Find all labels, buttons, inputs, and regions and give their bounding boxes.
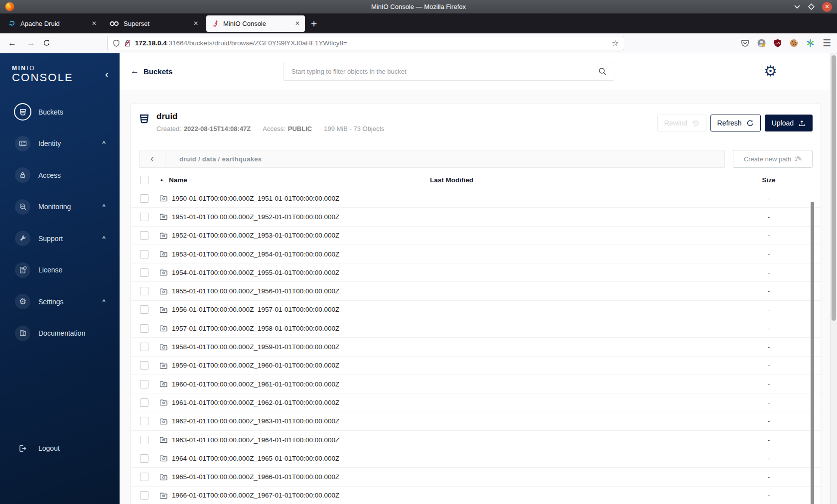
tab-superset[interactable]: Superset ✕	[105, 15, 203, 32]
object-row[interactable]: 1964-01-01T00:00:00.000Z_1965-01-01T00:0…	[131, 449, 821, 468]
row-checkbox[interactable]	[140, 343, 148, 351]
object-name[interactable]: 1964-01-01T00:00:00.000Z_1965-01-01T00:0…	[172, 455, 339, 462]
sidebar-item-logout[interactable]: Logout	[0, 437, 120, 459]
name-column-header[interactable]: ▲ Name	[159, 176, 430, 184]
reload-icon[interactable]	[43, 33, 50, 53]
window-maximize-icon[interactable]	[808, 3, 815, 10]
extension-asterisk-icon[interactable]	[806, 39, 815, 47]
row-checkbox[interactable]	[140, 213, 148, 221]
tab-close-icon[interactable]: ✕	[295, 20, 300, 27]
sidebar-item-documentation[interactable]: Documentation	[0, 318, 120, 350]
object-row[interactable]: 1966-01-01T00:00:00.000Z_1967-01-01T00:0…	[131, 487, 821, 504]
object-name[interactable]: 1956-01-01T00:00:00.000Z_1957-01-01T00:0…	[172, 306, 339, 313]
select-all-checkbox[interactable]	[140, 176, 148, 184]
chevron-up-icon[interactable]: ^	[102, 235, 106, 242]
cookie-icon[interactable]	[790, 39, 798, 47]
forward-icon[interactable]: →	[27, 33, 35, 53]
refresh-button[interactable]: Refresh	[710, 115, 761, 131]
row-checkbox[interactable]	[140, 305, 148, 314]
tab-apache-druid[interactable]: Apache Druid ✕	[3, 15, 102, 32]
back-to-buckets-link[interactable]: ← Buckets	[131, 66, 172, 76]
object-row[interactable]: 1954-01-01T00:00:00.000Z_1955-01-01T00:0…	[131, 263, 821, 282]
chevron-up-icon[interactable]: ^	[102, 140, 106, 147]
object-name[interactable]: 1958-01-01T00:00:00.000Z_1959-01-01T00:0…	[172, 343, 339, 351]
sidebar-item-settings[interactable]: ⚙ Settings ^	[0, 286, 120, 318]
permissions-shield-icon[interactable]	[113, 39, 120, 47]
insecure-lock-icon[interactable]	[124, 39, 131, 47]
sidebar-item-support[interactable]: Support ^	[0, 223, 120, 254]
object-name[interactable]: 1963-01-01T00:00:00.000Z_1964-01-01T00:0…	[172, 436, 339, 444]
object-row[interactable]: 1952-01-01T00:00:00.000Z_1953-01-01T00:0…	[131, 227, 821, 245]
breadcrumb-path[interactable]: druid / data / earthquakes	[165, 155, 262, 163]
sidebar-item-identity[interactable]: Identity ^	[0, 128, 120, 160]
row-checkbox[interactable]	[140, 324, 148, 333]
row-checkbox[interactable]	[140, 361, 148, 370]
row-checkbox[interactable]	[140, 417, 148, 425]
row-checkbox[interactable]	[140, 231, 148, 240]
object-name[interactable]: 1961-01-01T00:00:00.000Z_1962-01-01T00:0…	[172, 399, 339, 406]
rewind-button[interactable]: Rewind	[657, 115, 706, 131]
ublock-icon[interactable]: uO	[774, 39, 782, 47]
chevron-up-icon[interactable]: ^	[102, 298, 106, 305]
row-checkbox[interactable]	[140, 491, 148, 500]
object-row[interactable]: 1951-01-01T00:00:00.000Z_1952-01-01T00:0…	[131, 208, 821, 226]
sidebar-item-access[interactable]: Access	[0, 159, 120, 191]
sidebar-item-license[interactable]: License	[0, 254, 120, 286]
settings-gear-icon[interactable]: ⚙	[764, 64, 777, 79]
object-row[interactable]: 1965-01-01T00:00:00.000Z_1966-01-01T00:0…	[131, 468, 821, 486]
object-name[interactable]: 1955-01-01T00:00:00.000Z_1956-01-01T00:0…	[172, 287, 339, 295]
page-scrollbar[interactable]	[830, 53, 837, 504]
new-tab-button[interactable]: +	[311, 18, 317, 29]
last-modified-column-header[interactable]: Last Modified	[430, 176, 739, 184]
window-minimize-icon[interactable]	[794, 4, 801, 9]
object-name[interactable]: 1966-01-01T00:00:00.000Z_1967-01-01T00:0…	[172, 492, 339, 499]
object-row[interactable]: 1961-01-01T00:00:00.000Z_1962-01-01T00:0…	[131, 393, 821, 412]
sidebar-collapse-icon[interactable]: ‹	[105, 69, 109, 80]
back-icon[interactable]: ←	[8, 33, 16, 53]
object-row[interactable]: 1962-01-01T00:00:00.000Z_1963-01-01T00:0…	[131, 412, 821, 431]
tab-close-icon[interactable]: ✕	[193, 20, 198, 27]
chevron-up-icon[interactable]: ^	[102, 203, 106, 210]
breadcrumb-back-icon[interactable]: ‹	[140, 150, 165, 167]
object-name[interactable]: 1950-01-01T00:00:00.000Z_1951-01-01T00:0…	[172, 195, 339, 202]
tab-close-icon[interactable]: ✕	[92, 20, 97, 27]
row-checkbox[interactable]	[140, 454, 148, 463]
row-checkbox[interactable]	[140, 250, 148, 258]
object-row[interactable]: 1958-01-01T00:00:00.000Z_1959-01-01T00:0…	[131, 338, 821, 356]
object-name[interactable]: 1959-01-01T00:00:00.000Z_1960-01-01T00:0…	[172, 362, 339, 369]
object-name[interactable]: 1962-01-01T00:00:00.000Z_1963-01-01T00:0…	[172, 417, 339, 425]
object-name[interactable]: 1957-01-01T00:00:00.000Z_1958-01-01T00:0…	[172, 325, 339, 332]
object-name[interactable]: 1960-01-01T00:00:00.000Z_1961-01-01T00:0…	[172, 380, 339, 388]
object-row[interactable]: 1953-01-01T00:00:00.000Z_1954-01-01T00:0…	[131, 245, 821, 263]
row-checkbox[interactable]	[140, 436, 148, 444]
table-scrollbar-thumb[interactable]	[811, 202, 814, 504]
filter-search-input[interactable]	[290, 67, 598, 76]
page-scrollbar-thumb[interactable]	[832, 55, 836, 321]
sidebar-item-monitoring[interactable]: Monitoring ^	[0, 191, 120, 223]
row-checkbox[interactable]	[140, 380, 148, 388]
object-name[interactable]: 1954-01-01T00:00:00.000Z_1955-01-01T00:0…	[172, 269, 339, 276]
pocket-icon[interactable]	[741, 39, 749, 47]
row-checkbox[interactable]	[140, 398, 148, 407]
size-column-header[interactable]: Size	[739, 176, 799, 184]
object-row[interactable]: 1955-01-01T00:00:00.000Z_1956-01-01T00:0…	[131, 282, 821, 300]
object-row[interactable]: 1963-01-01T00:00:00.000Z_1964-01-01T00:0…	[131, 431, 821, 449]
row-checkbox[interactable]	[140, 473, 148, 481]
sidebar-item-buckets[interactable]: Buckets	[0, 96, 120, 128]
object-row[interactable]: 1950-01-01T00:00:00.000Z_1951-01-01T00:0…	[131, 189, 821, 208]
row-checkbox[interactable]	[140, 268, 148, 277]
window-close-icon[interactable]: ✕	[822, 2, 832, 12]
row-checkbox[interactable]	[140, 287, 148, 295]
object-row[interactable]: 1960-01-01T00:00:00.000Z_1961-01-01T00:0…	[131, 375, 821, 393]
object-name[interactable]: 1951-01-01T00:00:00.000Z_1952-01-01T00:0…	[172, 213, 339, 221]
object-row[interactable]: 1957-01-01T00:00:00.000Z_1958-01-01T00:0…	[131, 319, 821, 338]
object-name[interactable]: 1953-01-01T00:00:00.000Z_1954-01-01T00:0…	[172, 251, 339, 258]
create-new-path-button[interactable]: Create new path :/✎	[733, 150, 813, 168]
object-name[interactable]: 1965-01-01T00:00:00.000Z_1966-01-01T00:0…	[172, 473, 339, 481]
bookmark-star-icon[interactable]: ☆	[612, 38, 619, 48]
account-icon[interactable]	[757, 39, 766, 47]
tab-minio-console[interactable]: MinIO Console ✕	[206, 15, 305, 32]
url-bar[interactable]: 172.18.0.4:31664/buckets/druid/browse/ZG…	[107, 36, 624, 50]
object-row[interactable]: 1959-01-01T00:00:00.000Z_1960-01-01T00:0…	[131, 357, 821, 375]
object-row[interactable]: 1956-01-01T00:00:00.000Z_1957-01-01T00:0…	[131, 301, 821, 319]
